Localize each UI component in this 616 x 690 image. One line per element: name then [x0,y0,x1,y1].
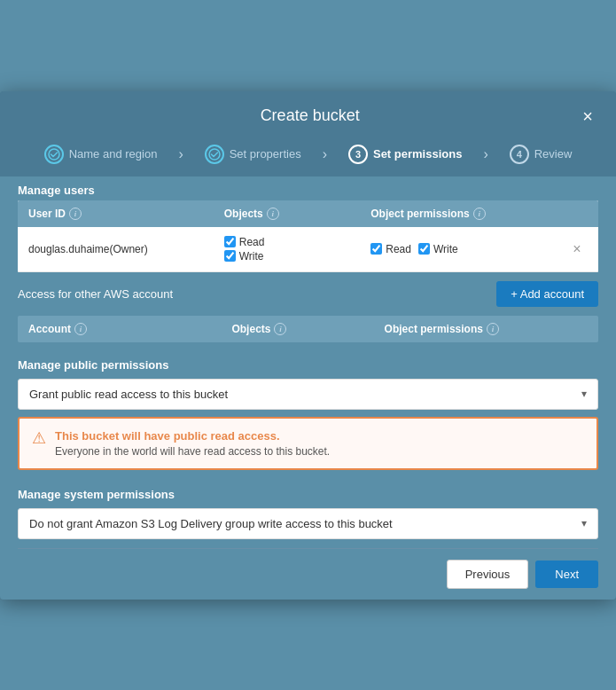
th-userid: User ID i [28,208,224,220]
modal-footer: Previous Next [0,549,616,600]
account-info-icon[interactable]: i [74,323,87,335]
acc-objects-info-icon[interactable]: i [274,323,286,335]
manage-users-label: Manage users [0,176,616,200]
step3-label: Set permissions [373,147,462,161]
step-set-properties: Set properties [205,145,301,164]
step2-label: Set properties [230,147,301,161]
remove-row-button[interactable]: × [566,241,588,257]
step2-icon [205,145,224,164]
close-button[interactable]: × [577,106,598,127]
objects-info-icon[interactable]: i [267,208,279,220]
system-dropdown-arrow: ▾ [581,517,587,529]
system-permissions-dropdown[interactable]: Do not grant Amazon S3 Log Delivery grou… [18,508,598,539]
users-table-header: User ID i Objects i Object permissions i [18,200,598,227]
step1-label: Name and region [69,147,158,161]
th-objects: Objects i [224,208,371,220]
warning-content: This bucket will have public read access… [55,429,330,458]
divider3: › [483,146,487,162]
th-acc-objects: Objects i [231,323,384,335]
modal-title: Create bucket [43,106,577,125]
userid-info-icon[interactable]: i [69,208,82,220]
row-userid: douglas.duhaime(Owner) [28,243,224,255]
access-label: Access for other AWS account [18,287,173,301]
modal-body: Manage users User ID i Objects i Object … [0,176,616,549]
table-row: douglas.duhaime(Owner) Read Write Read W… [18,227,598,272]
th-object-permissions: Object permissions i [370,208,566,220]
users-table: User ID i Objects i Object permissions i… [18,200,598,272]
row-objperms: Read Write [370,243,566,255]
create-bucket-modal: Create bucket × Name and region › Set [0,91,616,600]
acc-perms-info-icon[interactable]: i [487,323,499,335]
public-dropdown-arrow: ▾ [581,388,587,400]
accounts-table: Account i Objects i Object permissions i [18,316,598,342]
perms-read-checkbox[interactable]: Read [370,243,411,255]
manage-public-section: Manage public permissions [0,351,616,372]
th-account: Account i [28,323,231,335]
step-set-permissions: 3 Set permissions [348,145,462,164]
row-objects: Read Write [224,236,371,263]
warning-title: This bucket will have public read access… [55,429,330,443]
add-account-button[interactable]: + Add account [496,281,598,307]
divider1: › [178,146,183,162]
warning-description: Everyone in the world will have read acc… [55,445,330,458]
manage-system-section: Manage system permissions [0,479,616,501]
manage-public-label: Manage public permissions [18,358,598,372]
previous-button[interactable]: Previous [447,560,529,589]
objects-read-checkbox[interactable]: Read [224,236,371,248]
objperms-info-icon[interactable]: i [473,208,486,220]
step4-icon: 4 [510,145,529,164]
access-for-other-row: Access for other AWS account + Add accou… [0,272,616,316]
step-review: 4 Review [510,145,573,164]
accounts-table-header: Account i Objects i Object permissions i [18,316,598,342]
divider2: › [323,146,327,162]
step1-icon [44,145,64,164]
objects-write-checkbox[interactable]: Write [224,250,371,263]
public-permissions-dropdown[interactable]: Grant public read access to this bucket … [18,379,598,410]
perms-write-checkbox[interactable]: Write [418,243,458,255]
system-dropdown-value: Do not grant Amazon S3 Log Delivery grou… [29,517,393,530]
step-name-region: Name and region [44,145,158,164]
modal-header: Create bucket × [0,91,616,137]
steps-bar: Name and region › Set properties › 3 Set… [0,137,616,176]
step3-icon: 3 [348,145,368,164]
manage-system-label: Manage system permissions [18,488,598,501]
public-dropdown-value: Grant public read access to this bucket [29,388,228,401]
warning-icon: ⚠ [32,430,46,446]
th-acc-perms: Object permissions i [385,323,588,335]
step4-label: Review [534,147,573,161]
next-button[interactable]: Next [535,561,598,588]
warning-box: ⚠ This bucket will have public read acce… [18,417,598,470]
